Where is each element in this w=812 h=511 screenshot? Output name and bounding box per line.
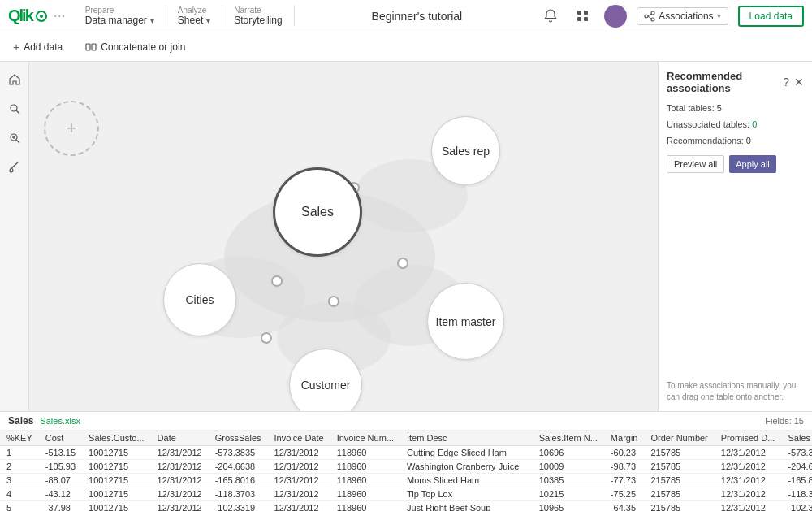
column-header[interactable]: Date — [151, 431, 209, 446]
prepare-label: Prepare — [85, 6, 114, 15]
left-sidebar — [0, 62, 29, 411]
svg-point-1 — [40, 15, 43, 18]
preview-file-name[interactable]: Sales.xlsx — [40, 416, 80, 426]
main-area: + S — [0, 62, 812, 411]
analyze-value[interactable]: Sheet ▾ — [178, 15, 210, 26]
svg-point-26 — [398, 258, 408, 268]
concat-icon — [85, 41, 97, 53]
table-row[interactable]: 1-513.151001271512/31/2012-573.383512/31… — [0, 446, 812, 460]
svg-line-10 — [648, 16, 651, 19]
svg-point-6 — [645, 15, 648, 18]
recommendations-stat: Recommendations: 0 — [667, 133, 804, 149]
column-header[interactable]: Sales.Custo... — [82, 431, 150, 446]
panel-stats: Total tables: 5 Unassociated tables: 0 R… — [667, 101, 804, 149]
svg-point-25 — [272, 276, 282, 286]
narrate-section: Narrate Storytelling — [222, 6, 294, 26]
search-icon[interactable] — [3, 97, 26, 120]
concatenate-join-button[interactable]: Concatenate or join — [80, 38, 190, 56]
svg-line-16 — [16, 140, 19, 143]
prepare-section: Prepare Data manager ▾ — [74, 6, 166, 26]
table-row[interactable]: 4-43.121001271512/31/2012-118.370312/31/… — [0, 487, 812, 501]
narrate-value[interactable]: Storytelling — [234, 15, 282, 26]
table-row[interactable]: 5-37.981001271512/31/2012-102.331912/31/… — [0, 501, 812, 512]
bubble-cities[interactable]: Cities — [163, 263, 236, 336]
qlik-wordmark: Qlik — [8, 6, 32, 25]
column-header[interactable]: Sales.Item N... — [533, 431, 604, 446]
data-table: %KEYCostSales.Custo...DateGrossSalesInvo… — [0, 431, 812, 511]
table-row[interactable]: 3-88.071001271512/31/2012-165.801612/31/… — [0, 474, 812, 487]
load-data-button[interactable]: Load data — [738, 6, 804, 27]
paint-icon[interactable] — [3, 156, 26, 179]
apps-icon[interactable] — [572, 5, 594, 28]
bubble-sales[interactable]: Sales — [273, 167, 362, 257]
svg-point-8 — [651, 18, 654, 21]
bubble-salesrep[interactable]: Sales rep — [431, 116, 500, 185]
panel-header-icons: ? ✕ — [783, 76, 804, 89]
zoom-icon[interactable] — [3, 127, 26, 149]
app-title: Beginner's tutorial — [295, 10, 540, 23]
svg-rect-5 — [584, 17, 588, 21]
right-panel-header: Recommended associations ? ✕ — [667, 70, 804, 94]
close-icon[interactable]: ✕ — [794, 76, 804, 89]
preview-fields-count: Fields: 15 — [765, 416, 804, 426]
panel-note: To make associations manually, you can d… — [667, 374, 804, 403]
home-icon[interactable] — [3, 68, 26, 91]
add-data-circle[interactable]: + — [44, 101, 99, 156]
column-header[interactable]: Invoice Date — [268, 431, 330, 446]
qlik-icon — [36, 11, 47, 22]
analyze-section: Analyze Sheet ▾ — [166, 6, 222, 26]
svg-point-7 — [651, 11, 654, 15]
prepare-value[interactable]: Data manager ▾ — [85, 15, 154, 26]
plus-icon: + — [13, 41, 19, 54]
header: Qlik ··· Prepare Data manager ▾ Analyze … — [0, 0, 812, 32]
apply-all-button[interactable]: Apply all — [729, 155, 776, 173]
column-header[interactable]: Invoice Num... — [330, 431, 400, 446]
associations-button[interactable]: Associations ▾ — [637, 7, 728, 25]
svg-rect-11 — [86, 44, 90, 50]
preview-table-name: Sales — [8, 415, 33, 427]
right-panel: Recommended associations ? ✕ Total table… — [658, 62, 812, 411]
preview-all-button[interactable]: Preview all — [667, 155, 724, 173]
canvas-area[interactable]: + S — [29, 62, 658, 411]
column-header[interactable]: Item Desc — [400, 431, 533, 446]
bubble-itemmaster[interactable]: Item master — [427, 283, 504, 360]
notification-icon[interactable] — [539, 5, 562, 28]
column-header[interactable]: Margin — [604, 431, 645, 446]
bubble-customer[interactable]: Customer — [289, 349, 362, 411]
data-preview: Sales Sales.xlsx Fields: 15 %KEYCostSale… — [0, 411, 812, 511]
column-header[interactable]: %KEY — [0, 431, 39, 446]
column-header[interactable]: Sales — [781, 431, 812, 446]
svg-rect-2 — [577, 11, 581, 15]
toolbar: + Add data Concatenate or join — [0, 32, 812, 62]
add-data-button[interactable]: + Add data — [8, 37, 67, 57]
svg-point-13 — [11, 105, 17, 111]
header-menu-dots[interactable]: ··· — [54, 7, 66, 24]
unassociated-stat: Unassociated tables: 0 — [667, 117, 804, 133]
panel-title: Recommended associations — [667, 70, 783, 94]
header-right: Associations ▾ Load data — [539, 5, 804, 28]
panel-buttons: Preview all Apply all — [667, 155, 804, 173]
svg-point-28 — [261, 333, 271, 343]
svg-rect-4 — [577, 17, 581, 21]
svg-rect-3 — [584, 11, 588, 15]
analyze-label: Analyze — [178, 6, 207, 15]
svg-point-27 — [329, 297, 339, 306]
qlik-logo: Qlik — [8, 6, 47, 25]
column-header[interactable]: Order Number — [644, 431, 714, 446]
svg-rect-12 — [92, 44, 96, 50]
table-row[interactable]: 2-105.931001271512/31/2012-204.663812/31… — [0, 460, 812, 474]
svg-line-14 — [16, 110, 19, 114]
total-tables-stat: Total tables: 5 — [667, 101, 804, 117]
data-preview-header: Sales Sales.xlsx Fields: 15 — [0, 412, 812, 431]
column-header[interactable]: Promised D... — [715, 431, 782, 446]
user-avatar[interactable] — [604, 5, 627, 28]
column-header[interactable]: Cost — [39, 431, 82, 446]
svg-line-9 — [648, 14, 651, 16]
add-icon: + — [67, 118, 77, 139]
associations-icon — [644, 11, 655, 22]
canvas-wrapper: + S — [0, 62, 658, 411]
column-header[interactable]: GrossSales — [209, 431, 268, 446]
narrate-label: Narrate — [234, 6, 261, 15]
help-icon[interactable]: ? — [783, 76, 789, 89]
